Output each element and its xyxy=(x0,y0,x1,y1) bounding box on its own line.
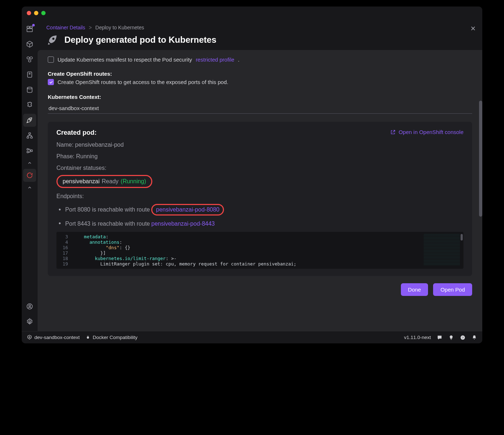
sidebar xyxy=(22,20,38,331)
status-context-label: dev-sandbox-context xyxy=(34,335,80,340)
main: Container Details > Deploy to Kubernetes… xyxy=(38,20,482,331)
lightbulb-icon[interactable] xyxy=(448,335,454,340)
account-icon[interactable] xyxy=(23,300,36,313)
endpoint-item: Port 8443 is reachable with route pensiv… xyxy=(66,220,463,227)
open-pod-button[interactable]: Open Pod xyxy=(433,283,472,296)
container-status-badge: pensivebanzai Ready (Running) xyxy=(56,175,152,188)
code-line: 4 annotations: xyxy=(56,239,463,245)
settings-icon[interactable] xyxy=(23,315,36,328)
manifest-label: Update Kubernetes manifest to respect th… xyxy=(58,57,192,63)
pod-name-value: pensivebanzai-pod xyxy=(75,142,124,148)
endpoints-label: Endpoints: xyxy=(56,193,463,200)
pods-icon[interactable] xyxy=(23,53,36,66)
code-line: 19 LimitRanger plugin set: cpu, memory r… xyxy=(56,261,463,267)
pod-phase-value: Running xyxy=(76,153,98,159)
collapse-down-icon[interactable] xyxy=(23,184,36,191)
container-state: (Running) xyxy=(121,178,146,185)
container-name: pensivebanzai xyxy=(63,178,99,185)
pod-phase-label: Phase: xyxy=(56,153,76,159)
status-docker[interactable]: Docker Compatibility xyxy=(85,335,137,340)
routes-checkbox-row: Create OpenShift routes to get access to… xyxy=(48,79,472,85)
app-window: Container Details > Deploy to Kubernetes… xyxy=(22,7,482,343)
svg-text:?: ? xyxy=(462,336,464,339)
kubernetes-icon xyxy=(27,335,32,340)
endpoint-prefix: Port 8080 is reachable with route xyxy=(65,206,150,213)
manifest-checkbox[interactable] xyxy=(48,57,54,63)
status-context[interactable]: dev-sandbox-context xyxy=(27,335,80,340)
rocket-icon xyxy=(46,33,59,46)
restricted-profile-link[interactable]: restricted profile xyxy=(196,57,234,63)
volumes-icon[interactable] xyxy=(23,83,36,96)
buttons-row: Done Open Pod xyxy=(48,283,472,296)
created-pod-panel: Created pod: Open in OpenShift console N… xyxy=(48,122,472,276)
svg-point-4 xyxy=(29,73,30,74)
statusbar: dev-sandbox-context Docker Compatibility… xyxy=(22,331,482,343)
extensions-icon[interactable] xyxy=(23,99,36,112)
deploy-icon[interactable] xyxy=(23,114,36,127)
routes-heading: Create OpenShift routes: xyxy=(48,71,472,77)
manifest-checkbox-row: Update Kubernetes manifest to respect th… xyxy=(48,57,472,63)
page-header: Container Details > Deploy to Kubernetes… xyxy=(38,20,482,50)
endpoints-list: Port 8080 is reachable with route pensiv… xyxy=(56,204,463,227)
containers-icon[interactable] xyxy=(23,38,36,51)
refresh-icon[interactable] xyxy=(23,169,36,182)
external-link-icon xyxy=(390,129,396,135)
code-line: 17 }] xyxy=(56,250,463,256)
status-version: v1.11.0-next xyxy=(404,335,431,340)
endpoint-item: Port 8080 is reachable with route pensiv… xyxy=(66,204,463,216)
content: Update Kubernetes manifest to respect th… xyxy=(38,50,482,331)
container-statuses-label: Container statuses: xyxy=(56,165,463,171)
breadcrumb-current: Deploy to Kubernetes xyxy=(96,25,144,30)
images-icon[interactable] xyxy=(23,68,36,81)
svg-point-6 xyxy=(29,119,30,120)
svg-rect-2 xyxy=(27,29,33,32)
open-console-link[interactable]: Open in OpenShift console xyxy=(390,129,463,135)
minimap-scrollbar[interactable] xyxy=(461,234,463,240)
endpoint-route-link[interactable]: pensivebanzai-pod-8443 xyxy=(151,221,215,227)
routes-checkbox[interactable] xyxy=(48,79,54,85)
bell-icon[interactable] xyxy=(471,335,477,340)
svg-point-15 xyxy=(29,321,31,323)
endpoint-prefix: Port 8443 is reachable with route xyxy=(65,221,150,227)
svg-rect-10 xyxy=(27,149,29,150)
collapse-up-icon[interactable] xyxy=(23,159,36,167)
close-icon[interactable]: ✕ xyxy=(470,25,476,33)
minimap-icon xyxy=(424,234,460,266)
dashboard-icon[interactable] xyxy=(23,22,36,35)
window-close-dot[interactable] xyxy=(27,11,31,15)
breadcrumb-parent[interactable]: Container Details xyxy=(46,25,85,30)
endpoint-route-link[interactable]: pensivebanzai-pod-8080 xyxy=(151,204,224,216)
window-maximize-dot[interactable] xyxy=(41,11,46,15)
svg-rect-7 xyxy=(29,133,31,134)
open-console-label: Open in OpenShift console xyxy=(399,129,463,135)
routes-label: Create OpenShift routes to get access to… xyxy=(58,79,228,85)
pod-name-label: Name: xyxy=(56,142,75,148)
vertical-scrollbar[interactable] xyxy=(479,101,482,217)
container-ready: Ready xyxy=(102,178,118,185)
svg-rect-8 xyxy=(27,137,29,138)
cluster-icon[interactable] xyxy=(23,129,36,142)
svg-rect-11 xyxy=(27,151,29,153)
topology-icon[interactable] xyxy=(23,144,36,157)
window-minimize-dot[interactable] xyxy=(34,11,38,15)
feedback-icon[interactable] xyxy=(437,335,442,340)
svg-point-5 xyxy=(27,87,32,89)
body-area: Container Details > Deploy to Kubernetes… xyxy=(22,20,482,331)
svg-rect-9 xyxy=(31,137,33,138)
svg-point-14 xyxy=(29,305,31,307)
done-button[interactable]: Done xyxy=(401,283,428,296)
status-docker-label: Docker Compatibility xyxy=(93,335,137,340)
code-line: 16 "dns": {} xyxy=(56,245,463,250)
code-line: 3 metadata: xyxy=(56,234,463,239)
help-icon[interactable]: ? xyxy=(460,335,466,340)
svg-rect-3 xyxy=(27,72,32,78)
context-select[interactable]: dev-sandbox-context xyxy=(48,103,472,114)
yaml-editor[interactable]: 3 metadata:4 annotations:16 "dns": {}17 … xyxy=(56,232,463,269)
svg-rect-0 xyxy=(27,26,30,28)
context-heading: Kubernetes Context: xyxy=(48,94,472,100)
indicator-dot-icon xyxy=(32,24,35,26)
titlebar xyxy=(22,7,482,20)
svg-point-16 xyxy=(29,336,30,338)
manifest-suffix: . xyxy=(238,57,240,63)
pod-phase-line: Phase: Running xyxy=(56,153,463,160)
